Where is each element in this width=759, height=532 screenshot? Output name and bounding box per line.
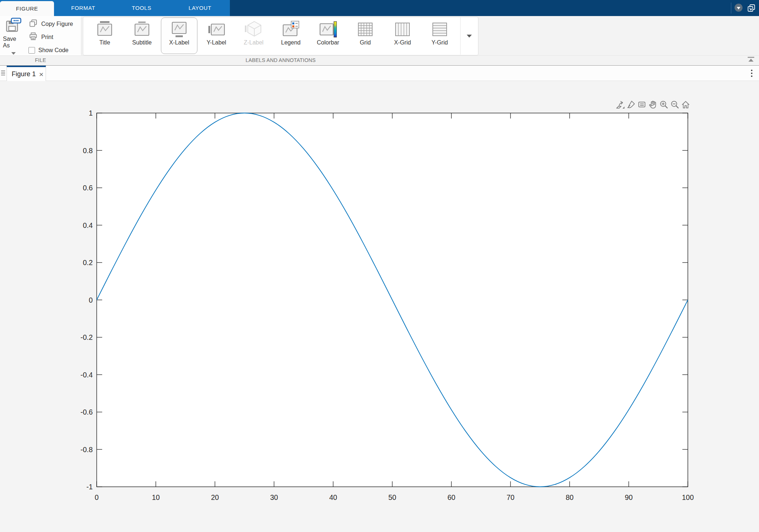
titlebar-tabs: FIGUREFORMATTOOLSLAYOUT (0, 0, 229, 16)
datatips-icon[interactable] (637, 100, 647, 110)
svg-text:1: 1 (89, 109, 93, 117)
chevron-down-icon (467, 35, 472, 38)
print-icon (28, 32, 38, 43)
restore-view-icon[interactable] (681, 100, 691, 110)
svg-text:80: 80 (566, 493, 574, 501)
svg-text:30: 30 (270, 493, 278, 501)
copy-figure-label: Copy Figure (41, 21, 73, 27)
collapse-ribbon-icon[interactable] (746, 56, 756, 64)
copy-figure-button[interactable]: Copy Figure (28, 19, 73, 29)
svg-text:0: 0 (89, 296, 93, 304)
legend-axes-icon (282, 20, 300, 39)
brush-icon[interactable] (626, 100, 636, 110)
figure-canvas-area: 0102030405060708090100-1-0.8-0.6-0.4-0.2… (0, 81, 759, 532)
svg-text:0: 0 (95, 493, 99, 501)
tab-layout[interactable]: LAYOUT (171, 0, 229, 16)
subtitle-axes-icon (133, 20, 151, 39)
save-as-button[interactable]: Save As (3, 18, 24, 54)
ribbon-button-x-grid[interactable]: X-Grid (384, 18, 421, 54)
save-as-icon (5, 18, 22, 35)
zoom-out-icon[interactable] (670, 100, 680, 110)
title-axes-icon (96, 20, 113, 39)
section-divider (81, 18, 81, 55)
xgrid-axes-icon (394, 20, 411, 39)
svg-text:-0.6: -0.6 (80, 408, 93, 416)
popout-icon[interactable] (747, 3, 756, 13)
ribbon-button-subtitle[interactable]: Subtitle (124, 18, 160, 54)
print-label: Print (41, 34, 53, 40)
chevron-down-icon (11, 52, 16, 55)
svg-text:50: 50 (388, 493, 396, 501)
section-label-strip: FILE LABELS AND ANNOTATIONS (0, 55, 759, 65)
file-section-label: FILE (35, 57, 46, 63)
ribbon-button-y-label[interactable]: Y-Label (198, 18, 235, 54)
chevron-down-circle-icon[interactable] (735, 4, 743, 12)
ylabel-axes-icon (208, 20, 225, 39)
svg-text:0.4: 0.4 (83, 221, 93, 229)
tab-format[interactable]: FORMAT (54, 0, 112, 16)
svg-text:-0.2: -0.2 (80, 333, 93, 341)
pan-icon[interactable] (648, 100, 658, 110)
grid-axes-icon (357, 20, 374, 39)
titlebar-divider (731, 3, 731, 13)
svg-text:20: 20 (211, 493, 219, 501)
svg-text:10: 10 (152, 493, 160, 501)
file-section: Save As Copy Figure (0, 16, 81, 55)
ygrid-axes-icon (431, 20, 448, 39)
svg-text:-1: -1 (86, 483, 93, 491)
axes-svg[interactable]: 0102030405060708090100-1-0.8-0.6-0.4-0.2… (0, 81, 759, 532)
tab-figure-1[interactable]: Figure 1 × (7, 66, 46, 81)
svg-text:0.2: 0.2 (83, 259, 93, 267)
svg-text:-0.8: -0.8 (80, 446, 93, 454)
print-button[interactable]: Print (28, 32, 53, 42)
svg-text:60: 60 (447, 493, 455, 501)
svg-text:100: 100 (682, 493, 694, 501)
svg-text:90: 90 (625, 493, 633, 501)
labels-section-label: LABELS AND ANNOTATIONS (246, 57, 316, 63)
section-overflow-button[interactable] (460, 18, 478, 55)
ribbon-button-grid[interactable]: Grid (347, 18, 384, 54)
ribbon: Save As Copy Figure (0, 16, 759, 66)
zoom-in-icon[interactable] (659, 100, 669, 110)
ribbon-button-z-label: Z-Label (235, 18, 272, 54)
svg-text:70: 70 (506, 493, 515, 501)
kebab-menu-icon[interactable] (751, 70, 752, 71)
figure-tab-label: Figure 1 (12, 70, 36, 78)
zlabel-axes-icon (245, 20, 262, 39)
axes-toolbar (615, 100, 691, 110)
svg-text:40: 40 (329, 493, 337, 501)
export-icon[interactable] (615, 100, 625, 110)
close-icon[interactable]: × (39, 70, 43, 78)
tab-tools[interactable]: TOOLS (112, 0, 171, 16)
document-tab-bar: Figure 1 × (0, 66, 759, 81)
colorbar-axes-icon (319, 20, 337, 39)
copy-icon (28, 19, 38, 30)
ribbon-button-y-grid[interactable]: Y-Grid (421, 18, 458, 54)
ribbon-button-x-label[interactable]: X-Label (161, 18, 197, 54)
svg-text:0.6: 0.6 (83, 184, 93, 192)
ribbon-button-title[interactable]: Title (86, 18, 123, 54)
svg-text:-0.4: -0.4 (80, 371, 93, 379)
tab-figure[interactable]: FIGURE (0, 1, 54, 16)
show-code-checkbox[interactable] (28, 47, 35, 54)
show-code-label: Show Code (38, 47, 69, 54)
save-as-label: Save As (3, 36, 24, 49)
labels-annotations-section: TitleSubtitleX-LabelY-LabelZ-LabelLegend… (83, 17, 478, 55)
show-code-toggle[interactable]: Show Code (28, 45, 69, 55)
xlabel-axes-icon (170, 20, 188, 39)
titlebar: FIGUREFORMATTOOLSLAYOUT (0, 0, 759, 16)
panel-grip-icon[interactable] (1, 70, 5, 71)
svg-text:0.8: 0.8 (83, 147, 93, 155)
ribbon-button-colorbar[interactable]: Colorbar (310, 18, 346, 54)
ribbon-button-legend[interactable]: Legend (273, 18, 309, 54)
